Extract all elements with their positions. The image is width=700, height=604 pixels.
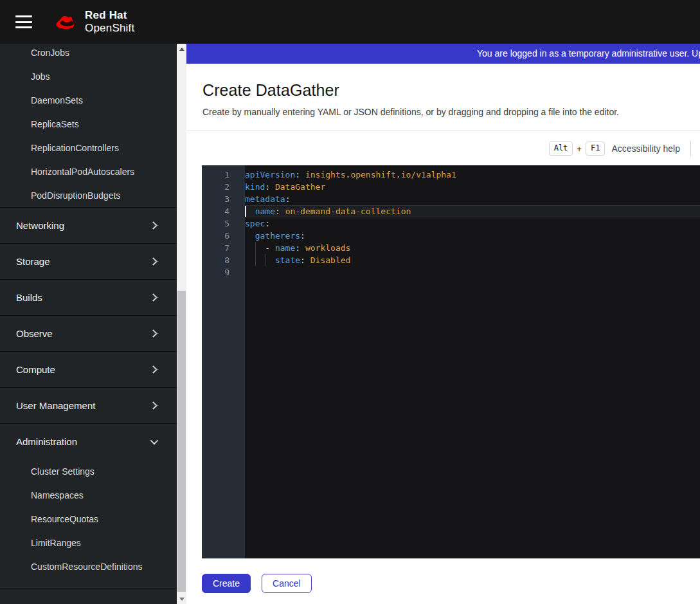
form-actions: Create Cancel (202, 574, 312, 593)
sidebar-item-horizontalpodautoscalers[interactable]: HorizontalPodAutoscalers (0, 160, 177, 183)
sidebar-section-administration[interactable]: Administration (0, 423, 177, 459)
line-number: 4 (202, 205, 245, 217)
administration-subnav-list: Cluster SettingsNamespacesResourceQuotas… (0, 459, 177, 578)
yaml-punct (245, 255, 275, 265)
code-line-1[interactable]: apiVersion: insights.openshift.io/v1alph… (245, 169, 700, 181)
yaml-code-editor[interactable]: 123456789 apiVersion: insights.openshift… (202, 165, 700, 559)
line-number: 5 (202, 217, 245, 230)
yaml-key: state (275, 255, 300, 265)
sidebar-item-replicationcontrollers[interactable]: ReplicationControllers (0, 136, 177, 160)
sidebar-item-limitranges[interactable]: LimitRanges (0, 531, 177, 554)
sidebar-section-label: Storage (16, 256, 50, 267)
yaml-value: openshift (350, 170, 395, 179)
page-subtitle: Create by manually entering YAML or JSON… (202, 107, 685, 117)
editor-code-area[interactable]: apiVersion: insights.openshift.io/v1alph… (245, 165, 700, 558)
accessibility-help-link[interactable]: Accessibility help (611, 143, 680, 154)
yaml-punct (245, 231, 255, 241)
sidebar-section-user-management[interactable]: User Management (0, 387, 177, 423)
yaml-punct: - (245, 243, 275, 253)
chevron-right-icon (149, 221, 157, 230)
yaml-punct: : (275, 206, 285, 216)
sidebar-item-resourcequotas[interactable]: ResourceQuotas (0, 507, 177, 531)
kbd-f1: F1 (586, 142, 605, 156)
sidebar-section-label: Observe (16, 328, 53, 339)
code-line-2[interactable]: kind: DataGather (245, 181, 700, 193)
sidebar-nav: CronJobsJobsDaemonSetsReplicaSetsReplica… (0, 44, 186, 604)
code-line-7[interactable]: - name: workloads (245, 242, 700, 254)
nav-toggle-hamburger-icon[interactable] (15, 15, 32, 28)
yaml-key: gatherers (255, 231, 300, 241)
sidebar-section-label: Networking (16, 220, 64, 231)
sidebar-item-daemonsets[interactable]: DaemonSets (0, 88, 177, 112)
yaml-value: Disabled (310, 255, 351, 265)
indent-guide (255, 254, 256, 266)
code-line-3[interactable]: metadata: (245, 193, 700, 205)
line-number: 7 (202, 242, 245, 254)
yaml-key: name (255, 206, 275, 216)
sidebar-item-replicasets[interactable]: ReplicaSets (0, 112, 177, 136)
workloads-subnav-list: CronJobsJobsDaemonSetsReplicaSetsReplica… (0, 44, 177, 207)
cancel-button[interactable]: Cancel (262, 574, 312, 593)
yaml-key: kind (245, 182, 265, 192)
sidebar-section-networking[interactable]: Networking (0, 207, 177, 243)
scroll-down-arrow-icon[interactable] (177, 594, 186, 604)
toolbar-divider (690, 141, 691, 156)
line-number: 9 (202, 266, 245, 279)
sidebar-item-cronjobs[interactable]: CronJobs (0, 44, 177, 64)
chevron-down-icon (150, 437, 159, 445)
sidebar-item-customresourcedefinitions[interactable]: CustomResourceDefinitions (0, 554, 177, 578)
main-content: You are logged in as a temporary adminis… (186, 44, 700, 604)
sidebar-section-builds[interactable]: Builds (0, 279, 177, 315)
scrollbar-thumb[interactable] (177, 291, 186, 592)
banner-message: You are logged in as a temporary adminis… (186, 44, 700, 64)
yaml-value: on-demand-data-collection (285, 206, 411, 216)
sidebar-section-observe[interactable]: Observe (0, 315, 177, 351)
yaml-value: DataGather (275, 182, 325, 192)
yaml-key: apiVersion (245, 170, 295, 179)
brand-redhat-text: Red Hat (85, 9, 134, 22)
line-number: 1 (202, 169, 245, 181)
editor-toolbar: Alt + F1 Accessibility help (186, 131, 700, 166)
nav-divider (0, 588, 177, 589)
openshift-console: Red Hat OpenShift CronJobsJobsDaemonSets… (0, 0, 700, 604)
sidebar-section-label: Compute (16, 364, 55, 375)
sidebar-item-namespaces[interactable]: Namespaces (0, 483, 177, 507)
chevron-right-icon (149, 257, 157, 266)
line-number: 6 (202, 230, 245, 242)
brand-wordmark: Red Hat OpenShift (85, 9, 134, 34)
sidebar-section-label: User Management (16, 400, 95, 411)
code-line-5[interactable]: spec: (245, 217, 700, 230)
chevron-right-icon (149, 401, 157, 410)
kbd-alt: Alt (549, 142, 573, 156)
page-title: Create DataGather (202, 81, 685, 100)
code-line-9[interactable] (245, 266, 700, 279)
indent-guide (265, 254, 266, 266)
sidebar-item-cluster-settings[interactable]: Cluster Settings (0, 459, 177, 483)
sidebar-item-jobs[interactable]: Jobs (0, 64, 177, 88)
brand-logo[interactable]: Red Hat OpenShift (54, 9, 134, 34)
indent-guide (255, 242, 256, 254)
line-number: 2 (202, 181, 245, 193)
yaml-punct: : (300, 231, 305, 241)
yaml-value: workloads (305, 243, 350, 253)
chevron-right-icon (149, 329, 157, 338)
code-line-4[interactable]: name: on-demand-data-collection (245, 205, 700, 217)
sidebar-scrollbar[interactable] (177, 44, 186, 604)
yaml-key: metadata (245, 194, 285, 204)
nav-sections: NetworkingStorageBuildsObserveComputeUse… (0, 207, 177, 459)
chevron-right-icon (149, 293, 157, 302)
kbd-plus: + (577, 144, 582, 154)
create-button[interactable]: Create (202, 574, 251, 593)
sidebar-section-label: Administration (16, 436, 77, 447)
yaml-punct: : (265, 182, 275, 192)
scroll-up-arrow-icon[interactable] (177, 44, 186, 54)
sidebar-section-compute[interactable]: Compute (0, 351, 177, 387)
yaml-key: name (275, 243, 295, 253)
sidebar-item-poddisruptionbudgets[interactable]: PodDisruptionBudgets (0, 183, 177, 207)
yaml-value: insights (305, 170, 346, 179)
sidebar-section-storage[interactable]: Storage (0, 243, 177, 279)
code-line-6[interactable]: gatherers: (245, 230, 700, 242)
brand-openshift-text: OpenShift (85, 22, 134, 35)
page-header: Create DataGather Create by manually ent… (186, 64, 700, 131)
code-line-8[interactable]: state: Disabled (245, 254, 700, 266)
